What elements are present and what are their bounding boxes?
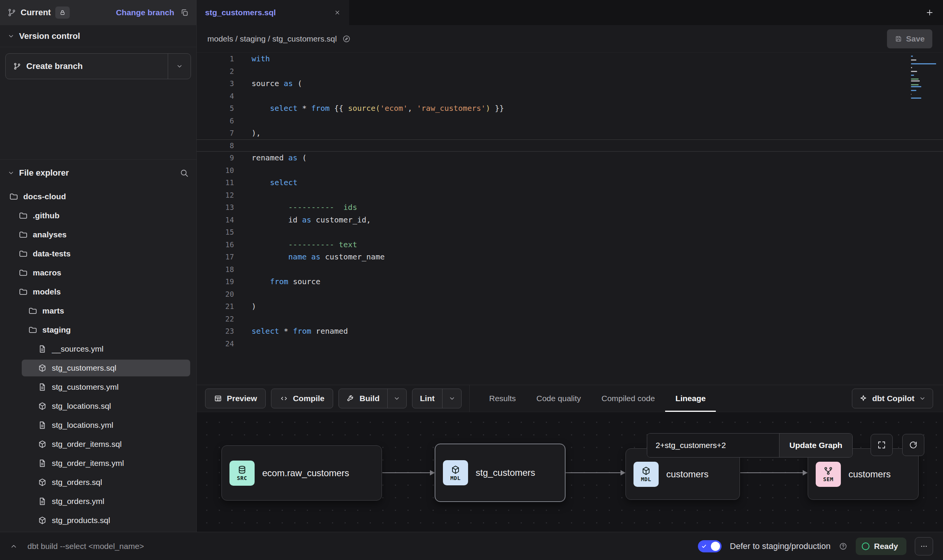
code-line-11[interactable]: 11 select: [197, 176, 943, 189]
code-line-16[interactable]: 16 ---------- text: [197, 238, 943, 251]
code-line-14[interactable]: 14 id as customer_id,: [197, 214, 943, 226]
tree-item-stg-locations-yml[interactable]: stg_locations.yml: [0, 416, 196, 435]
tree-item-stg-locations-sql[interactable]: stg_locations.sql: [0, 397, 196, 416]
tree-item-label: __sources.yml: [52, 344, 103, 354]
copy-icon[interactable]: [180, 8, 189, 17]
code-editor[interactable]: 1with23source as (45 select * from {{ so…: [197, 53, 943, 385]
code-text: [234, 288, 943, 301]
panel-tab-compiled-code[interactable]: Compiled code: [591, 385, 665, 412]
file-explorer-header[interactable]: File explorer: [0, 162, 196, 184]
version-control-header[interactable]: Version control: [0, 25, 196, 47]
command-input[interactable]: [27, 542, 271, 551]
save-button[interactable]: Save: [887, 29, 932, 48]
compile-label: Compile: [293, 394, 324, 403]
panel-tab-results[interactable]: Results: [479, 385, 526, 412]
preview-button[interactable]: Preview: [205, 389, 266, 408]
folder-icon: [19, 211, 28, 220]
new-tab-button[interactable]: [916, 0, 943, 25]
create-branch-button[interactable]: Create branch: [5, 53, 191, 79]
file-icon: [38, 382, 47, 392]
code-line-6[interactable]: 6: [197, 115, 943, 127]
code-text: from source: [234, 275, 943, 288]
fullscreen-button[interactable]: [871, 434, 893, 456]
tree-item-analyses[interactable]: analyses: [0, 225, 196, 244]
preview-label: Preview: [227, 394, 257, 403]
lint-button[interactable]: Lint: [412, 389, 442, 408]
code-line-17[interactable]: 17 name as customer_name: [197, 251, 943, 263]
code-line-24[interactable]: 24: [197, 338, 943, 350]
tree-item-stg-products-sql[interactable]: stg_products.sql: [0, 511, 196, 530]
lint-dropdown-button[interactable]: [442, 389, 461, 408]
tree-item-macros[interactable]: macros: [0, 263, 196, 282]
tree-item-stg-customers-sql[interactable]: stg_customers.sql: [0, 358, 196, 378]
code-line-23[interactable]: 23select * from renamed: [197, 325, 943, 338]
code-line-12[interactable]: 12: [197, 189, 943, 202]
toolbar-divider: [469, 385, 470, 412]
tab-stg-customers-sql[interactable]: stg_customers.sql: [197, 0, 349, 25]
code-line-18[interactable]: 18: [197, 263, 943, 276]
panel-tab-lineage[interactable]: Lineage: [665, 385, 716, 412]
line-number: 24: [197, 338, 234, 350]
code-line-21[interactable]: 21): [197, 300, 943, 313]
compile-button[interactable]: Compile: [271, 389, 333, 408]
refresh-button[interactable]: [902, 434, 924, 456]
code-line-5[interactable]: 5 select * from {{ source('ecom', 'raw_c…: [197, 102, 943, 115]
tree-item-stg-order-items-yml[interactable]: stg_order_items.yml: [0, 454, 196, 473]
code-line-10[interactable]: 10: [197, 164, 943, 177]
lineage-node-mdl-stg-customers[interactable]: MDLstg_customers: [435, 444, 565, 502]
model-file-icon: [38, 440, 47, 449]
change-branch-link[interactable]: Change branch: [116, 8, 174, 17]
tree-item-stg-order-items-sql[interactable]: stg_order_items.sql: [0, 435, 196, 454]
minimap[interactable]: [911, 56, 938, 101]
more-menu-button[interactable]: [915, 537, 933, 555]
code-line-1[interactable]: 1with: [197, 53, 943, 65]
line-number: 5: [197, 102, 234, 115]
code-line-22[interactable]: 22: [197, 313, 943, 325]
model-file-icon: [38, 516, 47, 525]
code-line-13[interactable]: 13 ---------- ids: [197, 201, 943, 214]
tree-item-stg-customers-yml[interactable]: stg_customers.yml: [0, 378, 196, 397]
breadcrumb: models / staging / stg_customers.sql: [207, 34, 337, 43]
defer-label: Defer to staging/production: [730, 541, 831, 551]
code-line-19[interactable]: 19 from source: [197, 275, 943, 288]
main-area: Current Change branch Version control Cr…: [0, 0, 943, 532]
code-line-2[interactable]: 2: [197, 65, 943, 78]
code-text: select * from renamed: [234, 325, 943, 338]
code-text: [234, 115, 943, 127]
build-button[interactable]: Build: [339, 389, 387, 408]
defer-toggle[interactable]: [698, 540, 722, 552]
create-branch-main[interactable]: Create branch: [6, 54, 168, 79]
line-number: 16: [197, 238, 234, 251]
tree-item-stg-orders-sql[interactable]: stg_orders.sql: [0, 473, 196, 492]
tree-item-models[interactable]: models: [0, 282, 196, 301]
code-line-8[interactable]: 8: [197, 139, 943, 152]
help-icon[interactable]: [839, 542, 847, 550]
code-line-4[interactable]: 4: [197, 90, 943, 102]
ready-status-button[interactable]: Ready: [856, 538, 906, 555]
lineage-selector-group: Update Graph: [647, 433, 853, 458]
code-line-7[interactable]: 7),: [197, 127, 943, 139]
code-line-15[interactable]: 15: [197, 226, 943, 238]
lineage-node-src-ecom-raw-customers[interactable]: SRCecom.raw_customers: [221, 445, 382, 501]
update-graph-button[interactable]: Update Graph: [779, 434, 852, 457]
dbt-copilot-button[interactable]: dbt Copilot: [852, 389, 933, 408]
lineage-selector-input[interactable]: [647, 434, 779, 457]
tree-item-marts[interactable]: marts: [0, 301, 196, 320]
build-dropdown-button[interactable]: [387, 389, 406, 408]
panel-tab-code-quality[interactable]: Code quality: [526, 385, 591, 412]
tree-item-stg-orders-yml[interactable]: stg_orders.yml: [0, 492, 196, 511]
tree-item-staging[interactable]: staging: [0, 320, 196, 339]
close-tab-icon[interactable]: [334, 9, 341, 16]
code-line-9[interactable]: 9renamed as (: [197, 152, 943, 164]
tree-item-data-tests[interactable]: data-tests: [0, 244, 196, 263]
code-line-20[interactable]: 20: [197, 288, 943, 301]
tree-item-github[interactable]: .github: [0, 206, 196, 225]
search-icon[interactable]: [180, 168, 189, 178]
chevron-up-icon[interactable]: [10, 542, 18, 550]
folder-icon: [19, 249, 28, 258]
tree-item-label: staging: [42, 325, 71, 334]
create-branch-dropdown[interactable]: [168, 54, 191, 79]
tree-item-docs-cloud[interactable]: docs-cloud: [0, 187, 196, 206]
code-line-3[interactable]: 3source as (: [197, 77, 943, 90]
tree-item-sources-yml[interactable]: __sources.yml: [0, 339, 196, 358]
